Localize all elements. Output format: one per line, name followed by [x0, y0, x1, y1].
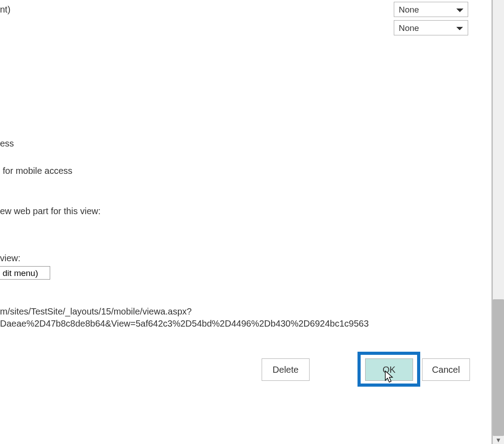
mobile-url-line1: m/sites/TestSite/_layouts/15/mobile/view… [0, 306, 192, 317]
text-fragment-ess: ess [0, 138, 14, 149]
sort-select-1[interactable]: None [394, 2, 468, 17]
text-web-part: ew web part for this view: [0, 206, 101, 216]
text-fragment-nt: nt) [0, 4, 10, 15]
mobile-view-select[interactable]: dit menu) [0, 266, 50, 280]
text-view-label: view: [0, 253, 21, 263]
vertical-scrollbar-thumb[interactable] [493, 299, 504, 436]
sort-select-2[interactable]: None [394, 20, 468, 35]
settings-page-viewport: None None nt) ess for mobile access ew w… [0, 0, 491, 444]
text-mobile-access: for mobile access [3, 166, 73, 176]
ok-button[interactable]: OK [365, 358, 413, 381]
scrollbar-down-arrow-icon[interactable]: ▼ [493, 436, 504, 444]
cancel-button[interactable]: Cancel [422, 358, 470, 381]
mobile-url-line2: Daeae%2D47b8c8de8b64&View=5af642c3%2D54b… [0, 319, 369, 329]
delete-button[interactable]: Delete [262, 358, 310, 381]
